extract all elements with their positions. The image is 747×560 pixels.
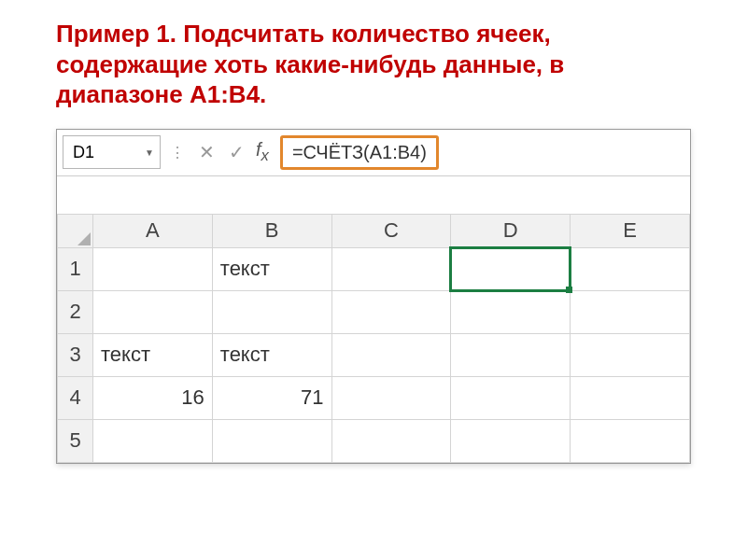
row-header-1[interactable]: 1 — [58, 247, 93, 290]
cell-E1[interactable] — [571, 247, 690, 290]
formula-bar: D1 ▼ ⋮ ✕ ✓ fx =СЧЁТЗ(A1:B4) — [57, 130, 690, 176]
cell-A5[interactable] — [93, 419, 213, 462]
cell-B1[interactable]: текст — [212, 247, 331, 290]
dropdown-icon[interactable]: ▼ — [145, 147, 154, 158]
cell-E2[interactable] — [571, 290, 690, 333]
separator-icon: ⋮ — [166, 144, 189, 161]
col-header-A[interactable]: A — [93, 214, 213, 247]
cell-C3[interactable] — [331, 333, 451, 376]
excel-screenshot: D1 ▼ ⋮ ✕ ✓ fx =СЧЁТЗ(A1:B4) A B C D E 1 … — [56, 129, 691, 464]
row-header-4[interactable]: 4 — [58, 376, 93, 419]
cell-D5[interactable] — [451, 419, 571, 462]
row-header-2[interactable]: 2 — [58, 290, 93, 333]
fx-icon[interactable]: fx — [254, 139, 275, 165]
cell-D4[interactable] — [451, 376, 571, 419]
row-header-5[interactable]: 5 — [58, 419, 93, 462]
cell-E5[interactable] — [571, 419, 690, 462]
cell-B2[interactable] — [212, 290, 331, 333]
cell-D1[interactable] — [451, 247, 571, 290]
cancel-icon[interactable]: ✕ — [194, 141, 218, 163]
name-box-value: D1 — [73, 143, 94, 162]
select-all-corner[interactable] — [58, 214, 93, 247]
example-title: Пример 1. Подсчитать количество ячеек, с… — [56, 19, 691, 110]
cell-E4[interactable] — [571, 376, 690, 419]
confirm-icon[interactable]: ✓ — [224, 141, 248, 163]
cell-C1[interactable] — [331, 247, 451, 290]
cell-B3[interactable]: текст — [212, 333, 331, 376]
cell-A4[interactable]: 16 — [93, 376, 213, 419]
name-box[interactable]: D1 ▼ — [63, 135, 161, 169]
spreadsheet-grid[interactable]: A B C D E 1 текст 2 3 текст текст — [57, 214, 690, 463]
cell-A3[interactable]: текст — [93, 333, 213, 376]
row-header-3[interactable]: 3 — [58, 333, 93, 376]
cell-C4[interactable] — [331, 376, 451, 419]
cell-E3[interactable] — [571, 333, 690, 376]
formula-input[interactable]: =СЧЁТЗ(A1:B4) — [280, 135, 439, 170]
cell-A2[interactable] — [93, 290, 213, 333]
cell-D3[interactable] — [451, 333, 571, 376]
col-header-D[interactable]: D — [451, 214, 571, 247]
cell-C5[interactable] — [331, 419, 451, 462]
cell-D2[interactable] — [451, 290, 571, 333]
cell-C2[interactable] — [331, 290, 451, 333]
cell-B4[interactable]: 71 — [212, 376, 331, 419]
col-header-E[interactable]: E — [571, 214, 690, 247]
cell-A1[interactable] — [93, 247, 213, 290]
col-header-C[interactable]: C — [331, 214, 451, 247]
cell-B5[interactable] — [212, 419, 331, 462]
col-header-B[interactable]: B — [212, 214, 331, 247]
